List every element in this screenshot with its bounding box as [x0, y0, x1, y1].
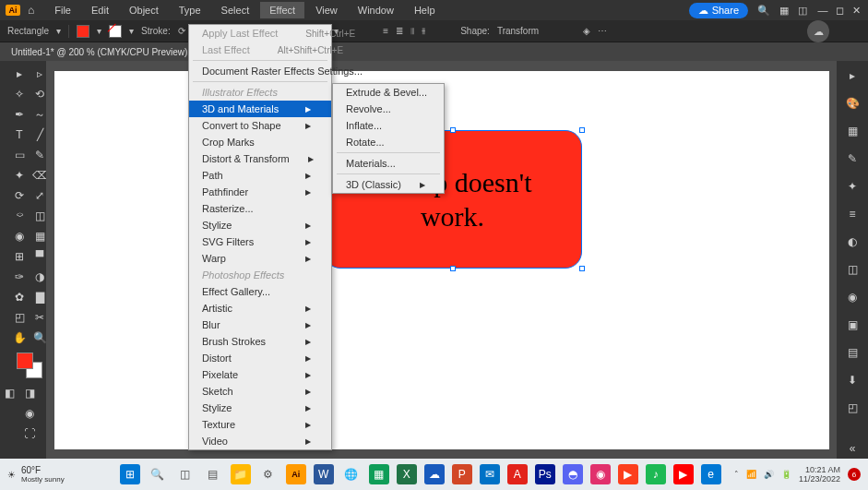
menu-stylize[interactable]: Stylize▶	[189, 217, 331, 233]
selection-handle[interactable]	[579, 127, 585, 133]
menu-path[interactable]: Path▶	[189, 167, 331, 184]
battery-icon[interactable]: 🔋	[781, 470, 791, 479]
word-icon[interactable]: W	[314, 464, 334, 484]
menu-crop-marks[interactable]: Crop Marks	[189, 134, 331, 150]
menu-effect-gallery[interactable]: Effect Gallery...	[189, 283, 331, 300]
chevron-down-icon[interactable]: ▾	[97, 26, 101, 36]
excel-icon[interactable]: X	[397, 464, 417, 484]
swatches-panel-icon[interactable]: ▦	[841, 120, 863, 142]
expand-panels-icon[interactable]: «	[841, 437, 863, 460]
stroke-width-stepper[interactable]: ⟳	[178, 26, 185, 36]
menu-pathfinder[interactable]: Pathfinder▶	[189, 184, 331, 200]
media-icon[interactable]: ▶	[618, 464, 638, 484]
menu-inflate[interactable]: Inflate...	[333, 117, 444, 134]
more-icon[interactable]: ⋯	[598, 26, 607, 36]
spotify-icon[interactable]: ♪	[646, 464, 666, 484]
rotate-tool-icon[interactable]: ⟳	[10, 186, 29, 205]
menu-select[interactable]: Select	[212, 2, 259, 18]
illustrator-taskbar-icon[interactable]: Ai	[286, 464, 306, 484]
explorer-icon[interactable]: 📁	[231, 464, 251, 484]
align-icon[interactable]: ≡	[383, 26, 388, 36]
wifi-icon[interactable]: 📶	[746, 470, 756, 479]
youtube-icon[interactable]: ▶	[673, 464, 694, 484]
symbol-sprayer-tool-icon[interactable]: ✿	[10, 288, 29, 306]
weather-widget[interactable]: ☀ 60°F Mostly sunny	[7, 465, 65, 484]
menu-file[interactable]: File	[45, 2, 80, 18]
asset-export-panel-icon[interactable]: ⬇	[841, 369, 863, 391]
shape-dropdown-icon[interactable]: ▾	[56, 26, 61, 36]
menu-object[interactable]: Object	[120, 2, 168, 18]
cloud-badge-icon[interactable]: ☁	[807, 20, 829, 42]
menu-type[interactable]: Type	[170, 2, 210, 18]
isolate-icon[interactable]: ◈	[583, 26, 590, 36]
screen-mode-icon[interactable]: ⛶	[20, 424, 39, 443]
stroke-panel-icon[interactable]: ≡	[841, 203, 863, 225]
brushes-panel-icon[interactable]: ✎	[841, 148, 863, 170]
mesh-tool-icon[interactable]: ⊞	[10, 247, 29, 266]
gradient-panel-icon[interactable]: ◐	[841, 231, 863, 253]
menu-help[interactable]: Help	[405, 2, 445, 18]
powerpoint-icon[interactable]: P	[452, 464, 472, 484]
width-tool-icon[interactable]: ⌔	[10, 207, 29, 225]
selection-handle[interactable]	[450, 127, 456, 133]
menu-blur[interactable]: Blur▶	[189, 317, 331, 333]
menu-edit[interactable]: Edit	[82, 2, 118, 18]
start-button[interactable]: ⊞	[120, 464, 140, 484]
menu-view[interactable]: View	[306, 2, 347, 18]
color-mode-icon[interactable]: ◧	[0, 384, 18, 402]
edge-icon[interactable]: e	[701, 464, 721, 484]
menu-window[interactable]: Window	[349, 2, 403, 18]
outlook-icon[interactable]: ✉	[480, 464, 500, 484]
sheets-icon[interactable]: ▦	[369, 464, 389, 484]
menu-pixelate[interactable]: Pixelate▶	[189, 366, 331, 383]
stroke-swatch[interactable]	[109, 25, 122, 38]
color-panel-icon[interactable]: 🎨	[841, 92, 863, 114]
properties-panel-icon[interactable]: ▸	[841, 65, 863, 87]
photoshop-icon[interactable]: Ps	[535, 464, 555, 484]
fill-swatch[interactable]	[77, 25, 89, 38]
home-icon[interactable]: ⌂	[28, 4, 34, 17]
workspace-icon[interactable]: ▦	[779, 5, 789, 17]
chrome-icon[interactable]: 🌐	[341, 464, 362, 484]
task-view-icon[interactable]: ◫	[175, 464, 196, 484]
menu-materials[interactable]: Materials...	[333, 155, 444, 172]
hand-tool-icon[interactable]: ✋	[10, 329, 29, 347]
clock-time[interactable]: 10:21 AM	[799, 465, 840, 474]
transparency-panel-icon[interactable]: ◫	[841, 258, 863, 281]
gradient-mode-icon[interactable]: ◨	[20, 384, 39, 402]
onedrive-icon[interactable]: ☁	[424, 464, 445, 484]
menu-3d-classic[interactable]: 3D (Classic)▶	[333, 176, 444, 193]
shape-builder-tool-icon[interactable]: ◉	[10, 227, 29, 245]
menu-rasterize[interactable]: Rasterize...	[189, 200, 331, 217]
menu-revolve[interactable]: Revolve...	[333, 101, 444, 117]
menu-video[interactable]: Video▶	[189, 433, 331, 449]
layers-panel-icon[interactable]: ▤	[841, 341, 863, 364]
chevron-down-icon[interactable]: ▾	[129, 26, 134, 36]
menu-warp[interactable]: Warp▶	[189, 250, 331, 267]
share-button[interactable]: ☁Share	[689, 3, 748, 18]
menu-stylize-ps[interactable]: Stylize▶	[189, 400, 331, 416]
menu-distort-ps[interactable]: Distort▶	[189, 350, 331, 366]
minimize-button[interactable]: —	[816, 4, 829, 17]
menu-texture[interactable]: Texture▶	[189, 416, 331, 433]
menu-convert-to-shape[interactable]: Convert to Shape▶	[189, 117, 331, 134]
selection-tool-icon[interactable]: ▸	[10, 65, 29, 83]
settings-icon[interactable]: ⚙	[258, 464, 279, 484]
magic-wand-tool-icon[interactable]: ✧	[10, 85, 29, 103]
artboard-tool-icon[interactable]: ◰	[10, 308, 29, 327]
color-swatch-stack[interactable]	[17, 353, 42, 378]
symbols-panel-icon[interactable]: ✦	[841, 175, 863, 197]
tray-chevron-icon[interactable]: ˄	[734, 470, 739, 479]
widgets-icon[interactable]: ▤	[203, 464, 223, 484]
arrange-icon[interactable]: ◫	[798, 5, 807, 17]
pen-tool-icon[interactable]: ✒	[10, 105, 29, 124]
align-icon[interactable]: ⫴	[410, 26, 414, 37]
align-icon[interactable]: ⫵	[422, 26, 425, 37]
discord-icon[interactable]: ◓	[563, 464, 583, 484]
selection-handle[interactable]	[579, 266, 585, 271]
menu-doc-raster-settings[interactable]: Document Raster Effects Settings...	[189, 63, 331, 79]
clock-date[interactable]: 11/23/2022	[799, 474, 840, 484]
foreground-swatch[interactable]	[17, 353, 33, 369]
close-button[interactable]: ✕	[850, 4, 862, 17]
menu-extrude-bevel[interactable]: Extrude & Bevel...	[333, 84, 444, 101]
